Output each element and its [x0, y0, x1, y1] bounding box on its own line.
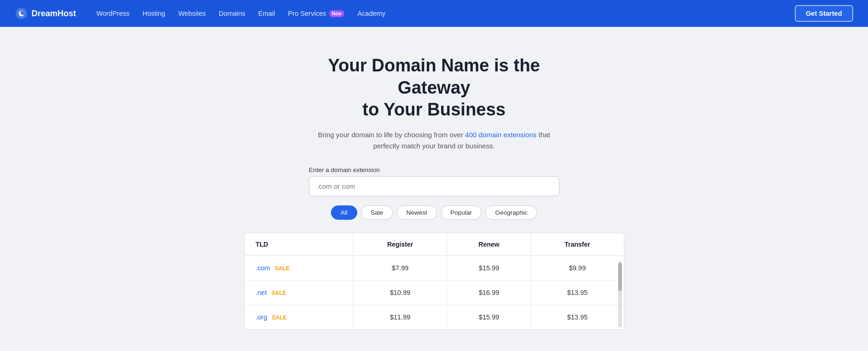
filter-newest[interactable]: Newest	[397, 205, 437, 220]
filter-buttons: All Sale Newest Popular Geographic	[331, 205, 537, 220]
transfer-price: $9.99	[531, 255, 624, 280]
tld-name[interactable]: .org	[256, 313, 267, 321]
scrollbar-track[interactable]	[618, 261, 622, 327]
tld-cell: .net SALE	[245, 280, 354, 305]
nav-links: WordPress Hosting Websites Domains Email…	[91, 6, 795, 21]
highlight-text: 400 domain extensions	[465, 131, 537, 139]
register-price: $7.99	[353, 255, 447, 280]
tld-name[interactable]: .com	[256, 264, 270, 272]
renew-price: $15.99	[447, 305, 531, 329]
tld-cell: .org SALE	[245, 305, 354, 329]
table-body: .com SALE $7.99 $15.99 $9.99 .net SALE $…	[245, 255, 624, 329]
nav-email[interactable]: Email	[253, 6, 280, 21]
main-content: Your Domain Name is the Gatewayto Your B…	[0, 27, 868, 348]
col-transfer: Transfer	[531, 233, 624, 256]
search-section: Enter a domain extension	[309, 166, 559, 196]
col-register: Register	[353, 233, 447, 256]
nav-domains[interactable]: Domains	[213, 6, 251, 21]
table-header: TLD Register Renew Transfer	[245, 233, 624, 256]
tld-cell: .com SALE	[245, 255, 354, 280]
hero-title: Your Domain Name is the Gatewayto Your B…	[295, 55, 573, 121]
nav-wordpress[interactable]: WordPress	[91, 6, 135, 21]
filter-sale[interactable]: Sale	[361, 205, 393, 220]
nav-academy[interactable]: Academy	[352, 6, 391, 21]
register-price: $11.99	[353, 305, 447, 329]
transfer-price: $13.95	[531, 305, 624, 329]
transfer-price: $13.95	[531, 280, 624, 305]
domain-search-input[interactable]	[309, 176, 559, 196]
sale-badge: SALE	[275, 265, 290, 272]
domain-table: TLD Register Renew Transfer .com SALE $7…	[245, 233, 624, 329]
col-tld: TLD	[245, 233, 354, 256]
nav-hosting[interactable]: Hosting	[137, 6, 171, 21]
svg-point-0	[16, 8, 27, 19]
sale-badge: SALE	[272, 314, 287, 321]
register-price: $10.99	[353, 280, 447, 305]
get-started-button[interactable]: Get Started	[795, 5, 853, 22]
filter-popular[interactable]: Popular	[441, 205, 482, 220]
nav-pro-services[interactable]: Pro Services New	[283, 6, 350, 21]
sale-badge: SALE	[272, 290, 286, 296]
navbar: DreamHost WordPress Hosting Websites Dom…	[0, 0, 868, 27]
table-row: .com SALE $7.99 $15.99 $9.99	[245, 255, 624, 280]
table-row: .org SALE $11.99 $15.99 $13.95	[245, 305, 624, 329]
brand-name: DreamHost	[32, 9, 76, 19]
nav-websites[interactable]: Websites	[173, 6, 211, 21]
renew-price: $16.99	[447, 280, 531, 305]
col-renew: Renew	[447, 233, 531, 256]
dreamhost-logo-icon	[15, 7, 28, 20]
renew-price: $15.99	[447, 255, 531, 280]
filter-geographic[interactable]: Geographic	[485, 205, 537, 220]
pro-services-badge: New	[329, 10, 344, 17]
scrollbar-thumb[interactable]	[618, 263, 622, 291]
tld-name[interactable]: .net	[256, 289, 267, 296]
filter-all[interactable]: All	[331, 205, 357, 220]
domain-table-wrapper: TLD Register Renew Transfer .com SALE $7…	[244, 233, 624, 330]
hero-subtitle: Bring your domain to life by choosing fr…	[314, 129, 555, 152]
table-row: .net SALE $10.99 $16.99 $13.95	[245, 280, 624, 305]
brand-logo[interactable]: DreamHost	[15, 7, 76, 20]
search-label: Enter a domain extension	[309, 166, 559, 173]
